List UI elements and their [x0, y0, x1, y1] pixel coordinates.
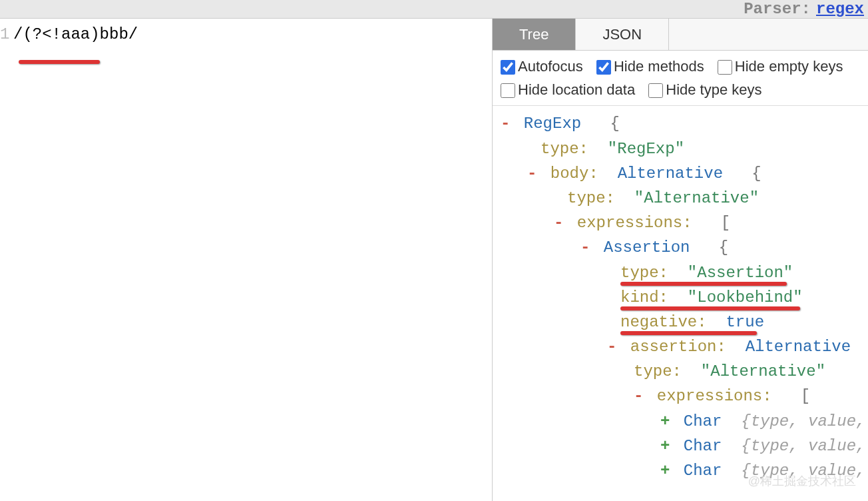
tree-row[interactable]: kind: "Lookbehind" [501, 285, 860, 310]
tabs: Tree JSON [493, 19, 868, 51]
node-summary: {type, value, kind, codePoint, ... +1} [741, 412, 868, 430]
value: "Assertion" [688, 264, 793, 282]
brace: { [752, 165, 761, 183]
value: true [726, 313, 764, 331]
value: "Alternative" [634, 189, 759, 207]
expand-icon[interactable]: + [660, 412, 670, 430]
key: type: [541, 140, 588, 158]
tab-tree[interactable]: Tree [493, 19, 576, 50]
expand-icon[interactable]: + [660, 437, 670, 455]
line-number: 1 [0, 25, 8, 43]
tree-row[interactable]: negative: true [501, 310, 860, 334]
editor-code[interactable]: /(?<!aaa)bbb/ [13, 25, 138, 43]
hide-location-option[interactable]: Hide location data [501, 81, 635, 98]
hide-empty-keys-checkbox[interactable] [718, 60, 732, 75]
hide-empty-keys-option[interactable]: Hide empty keys [718, 58, 843, 75]
key: type: [620, 264, 668, 282]
node-summary: {type, value, kind, codePoint, ... +1} [741, 437, 868, 455]
key: kind: [620, 288, 668, 306]
hide-location-checkbox[interactable] [501, 83, 515, 98]
node-name: Char [684, 412, 722, 430]
tree-row[interactable]: - expressions: [ [501, 384, 860, 408]
value: "Alternative" [701, 362, 825, 380]
hide-type-keys-checkbox[interactable] [648, 83, 663, 98]
collapse-icon[interactable]: - [607, 338, 616, 356]
tree-row[interactable]: type: "RegExp" [501, 137, 860, 161]
right-panel: Tree JSON Autofocus Hide methods Hide em… [493, 19, 868, 501]
code-editor[interactable]: 1 /(?<!aaa)bbb/ [0, 19, 493, 501]
tree-row[interactable]: + Char {type, value, kind, codePoint, ..… [501, 409, 860, 434]
collapse-icon[interactable]: - [527, 165, 537, 183]
tree-row[interactable]: type: "Alternative" [501, 186, 860, 211]
value: "Lookbehind" [688, 288, 803, 306]
main: 1 /(?<!aaa)bbb/ Tree JSON Autofocus Hide… [0, 19, 868, 501]
brace: { [719, 239, 728, 256]
tree-row[interactable]: - expressions: [ [501, 211, 860, 235]
ast-tree: - RegExp { type: "RegExp" - body: Altern… [493, 106, 868, 501]
key: assertion: [630, 338, 726, 356]
expand-icon[interactable]: + [660, 462, 670, 480]
collapse-icon[interactable]: - [501, 115, 510, 133]
tree-row[interactable]: type: "Assertion" [501, 260, 860, 285]
collapse-icon[interactable]: - [554, 214, 563, 232]
editor-line: 1 /(?<!aaa)bbb/ [0, 25, 492, 43]
hide-type-keys-label: Hide type keys [666, 81, 761, 98]
tree-row[interactable]: type: "Alternative" [501, 359, 860, 384]
key: type: [567, 189, 615, 207]
hide-type-keys-option[interactable]: Hide type keys [648, 81, 761, 98]
value: "RegExp" [608, 140, 684, 158]
hide-location-label: Hide location data [518, 81, 635, 98]
key: negative: [620, 313, 707, 331]
hide-empty-keys-label: Hide empty keys [735, 58, 843, 75]
hide-methods-label: Hide methods [614, 58, 704, 75]
tree-row[interactable]: - assertion: Alternative = $n [501, 334, 860, 359]
parser-link[interactable]: regex [816, 0, 864, 18]
bracket: [ [801, 387, 810, 405]
options-bar: Autofocus Hide methods Hide empty keys H… [493, 51, 868, 106]
node-name: Alternative [618, 165, 723, 183]
node-name: Char [684, 462, 722, 480]
node-name: RegExp [524, 115, 581, 133]
key: expressions: [577, 214, 692, 232]
node-name: Assertion [604, 239, 690, 256]
hide-methods-checkbox[interactable] [596, 60, 611, 75]
key: type: [634, 362, 682, 380]
collapse-icon[interactable]: - [634, 387, 643, 405]
tree-row[interactable]: + Char {type, value, kind, codePoint, ..… [501, 434, 860, 458]
tree-row[interactable]: - body: Alternative { [501, 161, 860, 186]
key: body: [550, 165, 598, 183]
parser-label: Parser: [744, 0, 811, 18]
node-name: Alternative [746, 338, 851, 356]
autofocus-checkbox[interactable] [501, 60, 515, 75]
highlight-underline [19, 60, 100, 64]
tab-json[interactable]: JSON [576, 19, 669, 50]
bracket: [ [721, 214, 730, 232]
collapse-icon[interactable]: - [580, 239, 590, 256]
autofocus-label: Autofocus [518, 58, 583, 75]
brace: { [610, 115, 619, 133]
watermark: @稀土掘金技术社区 [748, 473, 856, 489]
tree-row[interactable]: - Assertion { [501, 235, 860, 260]
node-name: Char [684, 437, 722, 455]
hide-methods-option[interactable]: Hide methods [596, 58, 704, 75]
topbar: Parser: regex [0, 0, 868, 19]
key: expressions: [657, 387, 772, 405]
tree-row[interactable]: - RegExp { [501, 111, 860, 136]
autofocus-option[interactable]: Autofocus [501, 58, 583, 75]
